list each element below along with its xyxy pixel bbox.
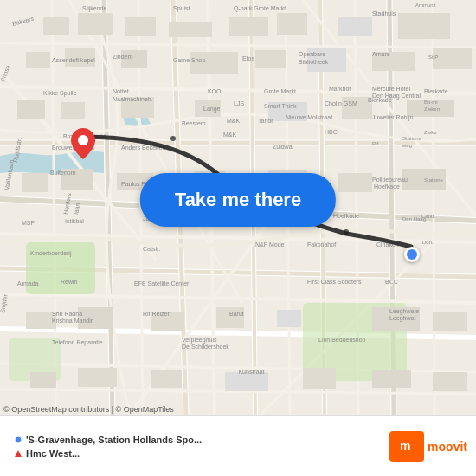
svg-text:EFE Satellite Center: EFE Satellite Center — [134, 280, 190, 286]
svg-text:Assendeft kapel: Assendeft kapel — [52, 57, 95, 64]
svg-rect-77 — [151, 370, 182, 388]
svg-text:Game Shop: Game Shop — [173, 57, 205, 64]
svg-text:Bierkade: Bierkade — [424, 88, 448, 94]
svg-text:Armada: Armada — [17, 280, 39, 286]
svg-text:Juwelier Robijn: Juwelier Robijn — [372, 114, 414, 121]
map-container: Bakkers Slijkende Spuist Q-park Grote Ma… — [0, 0, 476, 415]
svg-text:St.P: St.P — [428, 55, 438, 60]
svg-text:Kikke Spulle: Kikke Spulle — [43, 90, 77, 97]
svg-text:Markhof: Markhof — [329, 86, 351, 92]
svg-rect-66 — [338, 173, 372, 192]
moovit-logo-box: m — [389, 431, 424, 462]
svg-point-175 — [15, 436, 22, 443]
svg-text:Naaimachineh.: Naaimachineh. — [113, 96, 153, 102]
svg-rect-61 — [22, 173, 48, 192]
bottom-bar: 'S-Gravenhage, Station Hollands Spo... H… — [0, 415, 476, 476]
svg-rect-40 — [125, 17, 156, 36]
svg-text:De Schildershoek: De Schildershoek — [182, 344, 229, 350]
svg-rect-79 — [303, 368, 336, 389]
svg-text:Lange: Lange — [203, 106, 221, 113]
svg-text:Smart Think: Smart Think — [264, 103, 297, 109]
moovit-logo: m moovit — [389, 431, 467, 462]
svg-text:BCC: BCC — [385, 279, 398, 285]
svg-rect-50 — [255, 50, 286, 68]
svg-point-173 — [344, 229, 349, 235]
svg-text:Openbare: Openbare — [299, 51, 325, 58]
svg-text:Amare: Amare — [372, 51, 390, 57]
svg-text:Rif: Rif — [372, 141, 379, 146]
svg-rect-72 — [277, 310, 301, 327]
svg-text:Nottet: Nottet — [113, 88, 129, 94]
svg-rect-46 — [26, 52, 50, 68]
svg-text:Politiebureau: Politiebureau — [372, 177, 408, 183]
svg-text:↑ Kunstraat: ↑ Kunstraat — [234, 369, 264, 375]
svg-text:Stadhuis: Stadhuis — [372, 10, 396, 16]
svg-rect-42 — [229, 17, 268, 36]
svg-text:Stations: Stations — [402, 136, 421, 141]
svg-text:Bo-mi: Bo-mi — [424, 100, 438, 105]
svg-text:Lion Beddenshop: Lion Beddenshop — [318, 337, 366, 344]
route-to-label: Hmc West... — [26, 448, 80, 459]
svg-text:Istikbal: Istikbal — [65, 218, 84, 224]
from-icon — [14, 435, 23, 444]
map-attribution: © OpenStreetMap contributors | © OpenMap… — [3, 405, 174, 414]
svg-text:Centr.: Centr. — [421, 214, 435, 219]
svg-text:Beestem: Beestem — [182, 120, 206, 126]
svg-rect-80 — [372, 370, 411, 388]
svg-rect-55 — [61, 102, 85, 119]
to-icon — [14, 449, 23, 458]
svg-text:Stations: Stations — [424, 177, 443, 183]
svg-text:Zuidwal: Zuidwal — [273, 144, 294, 150]
svg-text:M&K: M&K — [227, 118, 241, 124]
svg-text:Zieken: Zieken — [424, 106, 440, 112]
svg-rect-38 — [43, 17, 69, 35]
svg-text:Etos: Etos — [242, 55, 255, 61]
svg-rect-44 — [338, 17, 372, 36]
svg-text:KOO: KOO — [208, 88, 222, 94]
svg-text:Hoefkade: Hoefkade — [374, 183, 400, 190]
svg-marker-176 — [15, 450, 22, 457]
svg-text:Hoefkade: Hoefkade — [333, 213, 359, 219]
svg-text:Cholin GSM: Cholin GSM — [325, 100, 357, 106]
svg-text:Krishna Mandir: Krishna Mandir — [52, 318, 93, 324]
svg-text:LJS: LJS — [234, 100, 244, 106]
svg-text:N&F Mode: N&F Mode — [255, 241, 285, 248]
svg-text:Buitenom: Buitenom — [50, 170, 76, 176]
svg-point-174 — [78, 135, 88, 145]
origin-marker — [71, 128, 95, 152]
svg-text:M&K: M&K — [223, 132, 237, 138]
svg-text:Nieuwe Molstraat: Nieuwe Molstraat — [286, 114, 332, 120]
svg-text:Bibliotheek: Bibliotheek — [299, 59, 329, 65]
svg-text:Fakonahof: Fakonahof — [307, 241, 336, 248]
svg-text:First Class Scooters: First Class Scooters — [307, 279, 362, 285]
svg-text:Leeghwate: Leeghwate — [389, 308, 419, 315]
svg-text:Slijkende: Slijkende — [82, 5, 107, 12]
svg-text:HBC: HBC — [325, 129, 338, 135]
svg-text:Telefoon Reparatie: Telefoon Reparatie — [52, 339, 103, 346]
svg-rect-74 — [433, 312, 467, 331]
svg-text:Catstr.: Catstr. — [143, 246, 160, 252]
svg-text:Grote Markt: Grote Markt — [264, 88, 296, 94]
moovit-label-text: moovit — [428, 440, 467, 453]
svg-text:weg: weg — [402, 143, 412, 148]
route-from-label: 'S-Gravenhage, Station Hollands Spo... — [26, 434, 202, 445]
take-me-there-button[interactable]: Take me there — [140, 173, 336, 227]
svg-text:MSF: MSF — [22, 220, 35, 226]
svg-text:Tandr: Tandr — [258, 118, 273, 124]
svg-rect-39 — [78, 13, 113, 35]
destination-marker — [404, 247, 420, 262]
svg-text:Spuist: Spuist — [173, 5, 190, 12]
svg-rect-75 — [30, 372, 56, 388]
svg-text:Barut: Barut — [229, 311, 244, 317]
svg-rect-54 — [17, 100, 45, 119]
route-info: 'S-Gravenhage, Station Hollands Spo... H… — [9, 434, 389, 459]
svg-text:Shri Radha: Shri Radha — [52, 311, 82, 317]
svg-text:Ammunit: Ammunit — [415, 3, 436, 8]
svg-text:Mercure Hotel: Mercure Hotel — [372, 86, 410, 92]
svg-text:Verpleeghuis: Verpleeghuis — [182, 337, 217, 344]
svg-rect-45 — [398, 13, 450, 39]
svg-text:Don.: Don. — [422, 240, 434, 245]
svg-rect-78 — [225, 372, 268, 391]
svg-text:Rif Reizen: Rif Reizen — [143, 311, 170, 317]
svg-text:Bierkade: Bierkade — [368, 97, 392, 103]
